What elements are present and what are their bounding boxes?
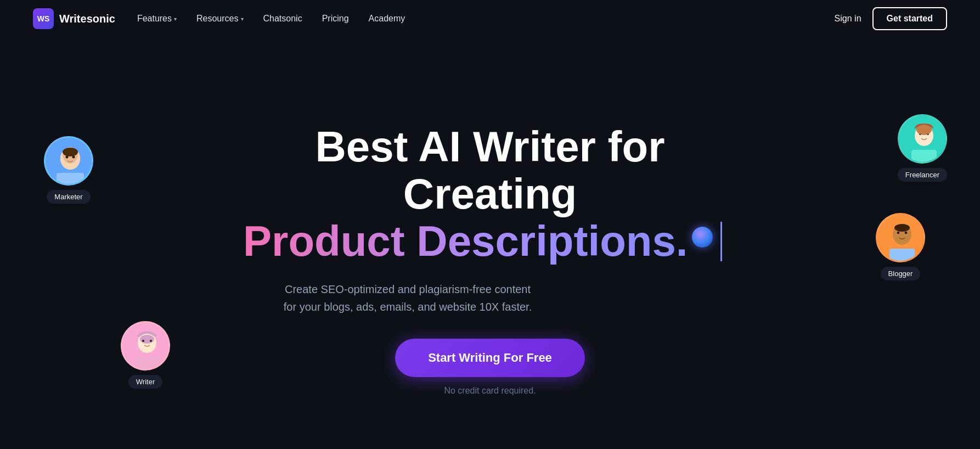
nav-links: Features ▾ Resources ▾ Chatsonic Pricing…	[137, 14, 405, 24]
hero-content: Best AI Writer for Creating Product Desc…	[243, 124, 737, 395]
svg-point-5	[63, 148, 78, 156]
logo-text: Writesonic	[59, 13, 115, 25]
svg-rect-11	[134, 357, 160, 371]
svg-rect-22	[889, 249, 915, 262]
svg-point-12	[142, 340, 144, 342]
svg-point-6	[66, 156, 69, 159]
features-link[interactable]: Features ▾	[137, 14, 177, 24]
avatar-blogger	[876, 213, 925, 262]
logo-icon: WS	[33, 8, 54, 29]
avatar-card-blogger: Blogger	[876, 213, 925, 280]
svg-point-10	[140, 335, 154, 344]
marketer-label: Marketer	[47, 190, 90, 204]
svg-point-25	[894, 224, 910, 232]
freelancer-label: Freelancer	[898, 168, 947, 182]
academy-link[interactable]: Academy	[369, 14, 405, 24]
hero-section: Marketer Writer	[0, 37, 980, 449]
hero-title-line2: Product Descriptions.	[243, 218, 737, 265]
hero-desc-line1: Create SEO-optimized and plagiarism-free…	[285, 283, 531, 295]
svg-point-7	[72, 156, 75, 159]
get-started-button[interactable]: Get started	[872, 7, 947, 30]
nav-right: Sign in Get started	[835, 7, 947, 30]
avatar-marketer	[44, 136, 93, 186]
avatar-card-writer: Writer	[121, 321, 170, 389]
no-credit-text: No credit card required.	[243, 386, 737, 396]
cursor-icon	[718, 222, 722, 261]
hero-desc-line2: for your blogs, ads, emails, and website…	[284, 301, 532, 313]
svg-point-13	[150, 340, 152, 342]
svg-point-24	[905, 232, 907, 234]
svg-rect-4	[57, 173, 84, 186]
chevron-down-icon: ▾	[174, 16, 177, 22]
resources-link[interactable]: Resources ▾	[196, 14, 243, 24]
avatar-card-marketer: Marketer	[44, 136, 93, 204]
nav-item-academy[interactable]: Academy	[369, 14, 405, 24]
nav-item-chatsonic[interactable]: Chatsonic	[263, 14, 302, 24]
avatar-freelancer	[898, 114, 947, 164]
svg-point-23	[897, 232, 899, 234]
nav-item-pricing[interactable]: Pricing	[322, 14, 349, 24]
logo[interactable]: WS Writesonic	[33, 8, 115, 29]
chatsonic-link[interactable]: Chatsonic	[263, 14, 302, 24]
cta-button[interactable]: Start Writing For Free	[395, 339, 585, 377]
hero-title-line1: Best AI Writer for Creating	[243, 124, 737, 218]
hero-description: Create SEO-optimized and plagiarism-free…	[243, 280, 572, 316]
chevron-down-icon: ▾	[241, 16, 244, 22]
pricing-link[interactable]: Pricing	[322, 14, 349, 24]
sign-in-link[interactable]: Sign in	[835, 14, 861, 24]
nav-item-resources[interactable]: Resources ▾	[196, 14, 243, 24]
avatar-card-freelancer: Freelancer	[898, 114, 947, 182]
writer-label: Writer	[128, 375, 162, 389]
svg-rect-16	[911, 150, 937, 164]
gradient-title: Product Descriptions.	[243, 218, 688, 265]
chatsonic-orb	[692, 227, 713, 248]
navbar: WS Writesonic Features ▾ Resources ▾ Cha…	[0, 0, 980, 37]
blogger-label: Blogger	[881, 267, 921, 280]
avatar-writer	[121, 321, 170, 371]
nav-item-features[interactable]: Features ▾	[137, 14, 177, 24]
